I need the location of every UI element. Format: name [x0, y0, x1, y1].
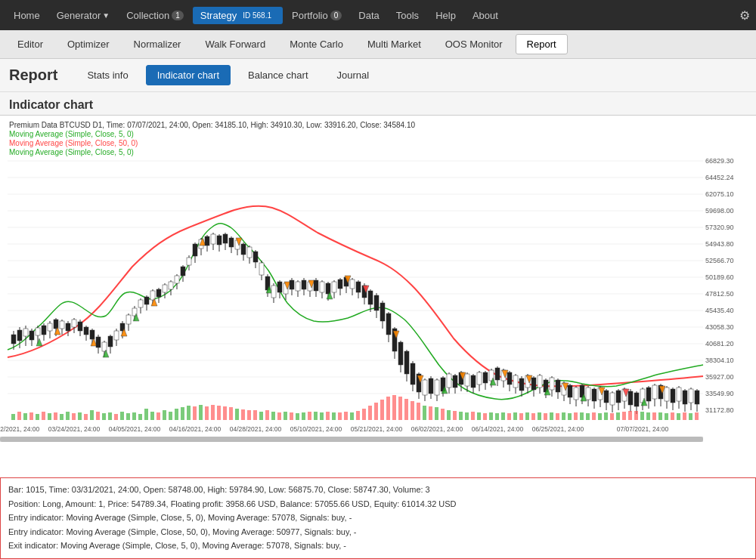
tab-balance-chart[interactable]: Balance chart	[237, 65, 320, 85]
nav-help[interactable]: Help	[428, 7, 463, 24]
sub-navigation: Editor Optimizer Normalizer Walk Forward…	[0, 30, 756, 59]
svg-rect-169	[368, 291, 373, 304]
svg-text:06/14/2021, 24:00: 06/14/2021, 24:00	[472, 425, 524, 433]
svg-rect-341	[308, 412, 311, 420]
svg-rect-114	[223, 234, 228, 243]
svg-rect-354	[386, 397, 390, 420]
svg-text:47812.50: 47812.50	[705, 290, 734, 298]
tab-journal[interactable]: Journal	[326, 65, 381, 85]
settings-icon[interactable]: ⚙	[739, 8, 750, 23]
svg-text:07/07/2021, 24:00: 07/07/2021, 24:00	[617, 425, 669, 433]
nav-home[interactable]: Home	[6, 7, 48, 24]
nav-collection[interactable]: Collection 1	[119, 7, 191, 24]
svg-rect-108	[205, 236, 209, 246]
svg-text:57320.90: 57320.90	[705, 224, 734, 231]
sub-nav-walk-forward[interactable]: Walk Forward	[194, 34, 277, 54]
svg-text:04/16/2021, 24:00: 04/16/2021, 24:00	[169, 425, 222, 433]
svg-rect-216	[495, 368, 500, 380]
nav-generator[interactable]: Generator ▼	[49, 7, 117, 24]
svg-rect-253	[592, 389, 596, 401]
svg-rect-157	[338, 280, 342, 289]
svg-rect-360	[423, 406, 426, 420]
svg-rect-320	[181, 407, 184, 420]
svg-rect-289	[689, 389, 693, 403]
svg-rect-394	[628, 411, 632, 420]
svg-rect-345	[332, 412, 336, 420]
info-bar-line5: Exit indicator: Moving Average (Simple, …	[8, 539, 748, 553]
svg-rect-60	[78, 322, 82, 331]
svg-text:06/02/2021, 24:00: 06/02/2021, 24:00	[411, 425, 463, 433]
svg-rect-396	[640, 412, 644, 420]
svg-rect-258	[604, 391, 609, 403]
svg-rect-304	[84, 414, 88, 420]
svg-rect-386	[580, 412, 584, 420]
svg-rect-311	[126, 413, 130, 420]
svg-rect-132	[271, 286, 276, 298]
svg-rect-324	[205, 406, 209, 420]
strategy-badge: ID 568.1	[239, 11, 275, 20]
svg-rect-274	[646, 388, 651, 401]
svg-rect-393	[622, 412, 626, 420]
svg-rect-333	[259, 412, 263, 420]
svg-rect-112	[217, 236, 222, 245]
svg-text:31172.80: 31172.80	[705, 406, 734, 414]
svg-rect-56	[66, 323, 70, 331]
svg-rect-340	[302, 412, 305, 420]
nav-portfolio[interactable]: Portfolio 0	[284, 7, 349, 24]
svg-rect-388	[592, 412, 596, 420]
svg-rect-276	[652, 385, 657, 399]
tab-stats-info[interactable]: Stats info	[76, 65, 139, 85]
svg-text:Moving Average (Simple, Close,: Moving Average (Simple, Close, 5, 0)	[9, 148, 134, 156]
report-header: Report Stats info Indicator chart Balanc…	[0, 59, 756, 92]
svg-rect-367	[465, 412, 469, 420]
sub-nav-optimizer[interactable]: Optimizer	[56, 34, 121, 54]
svg-rect-300	[60, 414, 64, 420]
sub-nav-oos-monitor[interactable]: OOS Monitor	[434, 34, 514, 54]
svg-rect-381	[550, 412, 553, 420]
svg-rect-189	[423, 380, 427, 395]
svg-text:05/21/2021, 24:00: 05/21/2021, 24:00	[351, 425, 403, 433]
nav-tools[interactable]: Tools	[389, 7, 426, 24]
svg-rect-377	[525, 412, 529, 420]
svg-text:06/25/2021, 24:00: 06/25/2021, 24:00	[532, 425, 584, 433]
svg-rect-74	[114, 331, 119, 340]
svg-rect-207	[471, 375, 476, 388]
sub-nav-editor[interactable]: Editor	[6, 34, 54, 54]
svg-rect-401	[671, 412, 674, 420]
svg-text:64452.24: 64452.24	[705, 174, 734, 181]
svg-rect-315	[150, 412, 154, 420]
svg-rect-346	[338, 412, 342, 420]
chart-container[interactable]: Premium Data BTCUSD D1, Time: 07/07/2021…	[0, 115, 756, 477]
sub-nav-monte-carlo[interactable]: Monte Carlo	[278, 34, 355, 54]
svg-rect-67	[96, 337, 101, 347]
svg-rect-317	[163, 410, 166, 420]
sub-nav-report[interactable]: Report	[516, 34, 568, 54]
svg-rect-349	[356, 411, 360, 420]
svg-rect-175	[386, 313, 391, 335]
svg-text:43058.30: 43058.30	[705, 323, 734, 331]
svg-rect-293	[17, 412, 21, 420]
sub-nav-normalizer[interactable]: Normalizer	[122, 34, 193, 54]
svg-rect-321	[187, 406, 191, 420]
svg-rect-355	[392, 395, 396, 420]
svg-rect-400	[665, 413, 668, 420]
svg-rect-182	[404, 351, 409, 374]
nav-strategy[interactable]: Strategy ID 568.1	[193, 7, 283, 24]
tab-indicator-chart[interactable]: Indicator chart	[146, 65, 231, 85]
nav-about[interactable]: About	[465, 7, 506, 24]
svg-rect-200	[453, 375, 457, 388]
svg-rect-378	[531, 413, 535, 420]
svg-rect-205	[465, 374, 469, 386]
svg-rect-281	[665, 388, 669, 401]
nav-data[interactable]: Data	[351, 7, 386, 24]
sub-nav-multi-market[interactable]: Multi Market	[356, 34, 432, 54]
svg-rect-72	[108, 336, 113, 347]
svg-rect-373	[501, 412, 505, 420]
svg-rect-328	[229, 407, 233, 420]
svg-rect-376	[519, 413, 523, 420]
svg-rect-335	[271, 412, 275, 420]
svg-rect-123	[247, 247, 252, 258]
svg-rect-330	[241, 409, 245, 420]
svg-rect-95	[169, 282, 173, 289]
svg-rect-314	[144, 409, 148, 420]
